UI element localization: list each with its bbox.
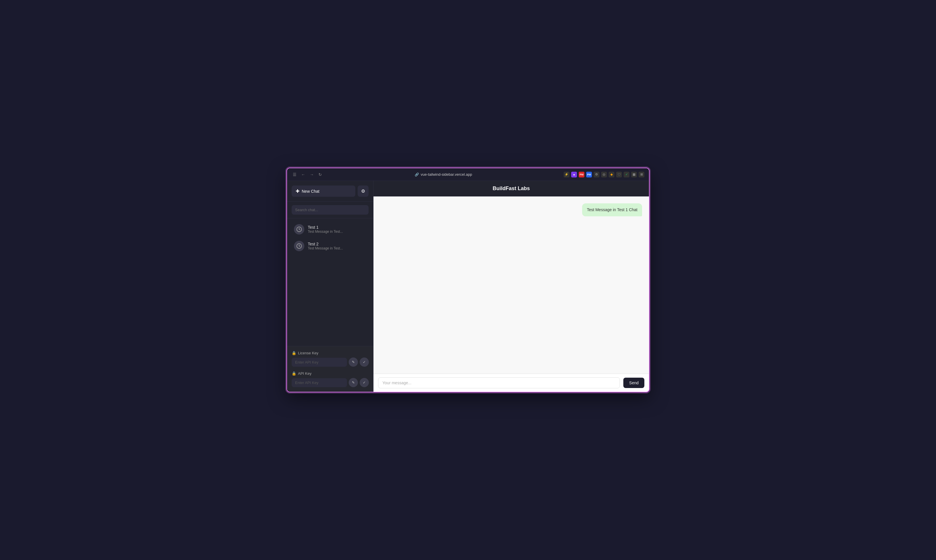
pencil-icon: ✎ (350, 244, 353, 248)
confirm-license-key-button[interactable]: ✓ (360, 357, 369, 367)
chat-preview-test1: Test Message in Test... (308, 229, 344, 234)
ext-amber: ◆ (609, 172, 614, 177)
message-bubble-user: Test Message in Test 1 Chat (582, 203, 642, 216)
sidebar-footer: 🔒 License Key ✎ ✓ (287, 346, 373, 392)
browser-window: ☰ ← → ↻ 🔗 vue-tailwind-sidebar.vercel.ap… (286, 168, 650, 392)
api-key-label: 🔒 API Key (292, 371, 369, 375)
license-key-input-row: ✎ ✓ (292, 357, 369, 367)
browser-chrome: ☰ ← → ↻ 🔗 vue-tailwind-sidebar.vercel.ap… (287, 168, 649, 181)
edit-api-key-button[interactable]: ✎ (349, 378, 358, 387)
ext-circle: ● (571, 172, 577, 177)
messages-area: Test Message in Test 1 Chat (374, 197, 649, 374)
settings-button[interactable]: ⚙ (358, 186, 369, 197)
chat-avatar-test2 (294, 241, 304, 251)
chat-item-test2[interactable]: Test 2 Test Message in Test... ✎ 🗑 (289, 238, 371, 254)
trash-icon: 🗑 (360, 244, 364, 248)
sidebar: ✚ New Chat ⚙ (287, 181, 374, 392)
main-header: BuildFast Labs (374, 181, 649, 197)
edit-chat-test2-button[interactable]: ✎ (347, 242, 356, 250)
chat-avatar-test1 (294, 224, 304, 234)
back-btn[interactable]: ← (300, 171, 306, 178)
url-text: vue-tailwind-sidebar.vercel.app (421, 172, 472, 177)
gear-icon: ⚙ (361, 188, 365, 194)
ext-lightning: ⚡ (563, 172, 570, 177)
main-content: BuildFast Labs Test Message in Test 1 Ch… (374, 181, 649, 392)
api-key-input-row: ✎ ✓ (292, 378, 369, 387)
search-input[interactable] (292, 205, 369, 215)
chat-list: Test 1 Test Message in Test... ✎ 🗑 (287, 218, 373, 346)
pencil-icon: ✎ (350, 227, 353, 231)
pencil-icon: ✎ (352, 380, 355, 385)
ext-green: ✓ (623, 172, 630, 177)
new-chat-label: New Chat (302, 189, 319, 194)
search-container (287, 202, 373, 218)
license-key-section: 🔒 License Key ✎ ✓ (292, 351, 369, 367)
message-text: Test Message in Test 1 Chat (587, 208, 637, 212)
chat-name-test2: Test 2 (308, 242, 344, 246)
ext-layout: ⊞ (639, 172, 644, 177)
chat-info-test2: Test 2 Test Message in Test... (308, 242, 344, 250)
pencil-icon: ✎ (352, 360, 355, 364)
sidebar-header: ✚ New Chat ⚙ (287, 181, 373, 202)
chat-item-test1[interactable]: Test 1 Test Message in Test... ✎ 🗑 (289, 221, 371, 237)
trash-icon: 🗑 (360, 227, 364, 231)
link-icon: 🔗 (415, 172, 419, 177)
reload-btn[interactable]: ↻ (317, 171, 323, 178)
edit-chat-test1-button[interactable]: ✎ (347, 225, 356, 234)
ext-red: PM (579, 172, 584, 177)
send-button[interactable]: Send (623, 378, 644, 388)
delete-chat-test1-button[interactable]: 🗑 (358, 225, 366, 234)
sidebar-toggle-btn[interactable]: ☰ (292, 171, 298, 178)
delete-chat-test2-button[interactable]: 🗑 (358, 242, 366, 250)
confirm-api-key-button[interactable]: ✓ (360, 378, 369, 387)
ext-gear: ⚙ (594, 172, 599, 177)
check-icon: ✓ (363, 360, 366, 364)
lock-icon: 🔒 (292, 351, 296, 355)
ext-screen: ▦ (631, 172, 637, 177)
message-input-area: Send (374, 374, 649, 392)
new-chat-icon: ✚ (296, 188, 299, 194)
ext-shield: 🛡 (616, 172, 622, 177)
edit-license-key-button[interactable]: ✎ (349, 357, 358, 367)
ext-blue: PM (586, 172, 592, 177)
address-bar: 🔗 vue-tailwind-sidebar.vercel.app (326, 172, 560, 177)
check-icon: ✓ (363, 380, 366, 385)
forward-btn[interactable]: → (309, 171, 315, 178)
browser-extensions: ⚡ ● PM PM ⚙ ◎ ◆ 🛡 ✓ ▦ ⊞ (563, 172, 644, 177)
license-key-input[interactable] (292, 358, 347, 367)
new-chat-button[interactable]: ✚ New Chat (292, 186, 355, 197)
chat-name-test1: Test 1 (308, 225, 344, 229)
api-key-section: 🔒 API Key ✎ ✓ (292, 371, 369, 387)
api-key-input[interactable] (292, 378, 347, 387)
lock-icon: 🔒 (292, 371, 296, 375)
chat-info-test1: Test 1 Test Message in Test... (308, 225, 344, 234)
message-input[interactable] (378, 377, 620, 388)
chat-preview-test2: Test Message in Test... (308, 246, 344, 250)
app-container: ✚ New Chat ⚙ (287, 181, 649, 392)
ext-circle2: ◎ (601, 172, 607, 177)
license-key-label: 🔒 License Key (292, 351, 369, 355)
browser-controls: ☰ ← → ↻ (292, 171, 323, 178)
main-title: BuildFast Labs (380, 186, 642, 192)
